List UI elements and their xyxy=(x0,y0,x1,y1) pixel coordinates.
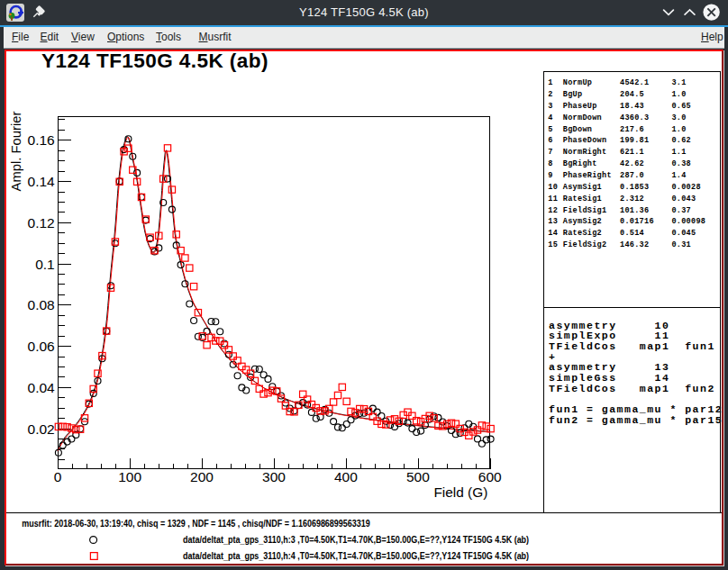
svg-text:300: 300 xyxy=(262,469,286,484)
svg-text:6: 6 xyxy=(548,136,552,145)
svg-text:RateSig2: RateSig2 xyxy=(563,229,602,238)
svg-text:7: 7 xyxy=(548,148,552,157)
svg-text:18.43: 18.43 xyxy=(620,102,644,111)
svg-text:287.0: 287.0 xyxy=(620,171,644,180)
svg-text:3: 3 xyxy=(548,102,552,111)
svg-text:RateSig1: RateSig1 xyxy=(563,195,602,204)
svg-text:9: 9 xyxy=(548,171,552,180)
svg-text:1.1: 1.1 xyxy=(671,148,686,157)
svg-text:146.32: 146.32 xyxy=(620,240,649,249)
svg-text:TFieldCos map1 fun2: TFieldCos map1 fun2 xyxy=(549,383,715,394)
svg-text:10: 10 xyxy=(548,183,558,192)
svg-text:data/deltat_pta_gps_3110,h:3 ,: data/deltat_pta_gps_3110,h:3 ,T0=4.50K,T… xyxy=(183,534,529,545)
svg-text:14: 14 xyxy=(548,229,558,238)
svg-text:data/deltat_pta_gps_3110,h:4 ,: data/deltat_pta_gps_3110,h:4 ,T0=4.50K,T… xyxy=(183,550,529,561)
svg-text:0.06: 0.06 xyxy=(28,339,55,354)
svg-text:621.1: 621.1 xyxy=(620,148,644,157)
svg-text:8: 8 xyxy=(548,159,552,168)
svg-text:11: 11 xyxy=(548,195,558,204)
svg-text:1.4: 1.4 xyxy=(671,171,686,180)
svg-text:4: 4 xyxy=(548,113,552,122)
svg-text:0.1853: 0.1853 xyxy=(620,183,649,192)
svg-text:101.36: 101.36 xyxy=(620,206,649,215)
svg-text:PhaseUp: PhaseUp xyxy=(563,102,597,111)
svg-text:100: 100 xyxy=(118,469,141,484)
svg-text:0.37: 0.37 xyxy=(671,206,691,215)
svg-text:1.0: 1.0 xyxy=(671,125,686,134)
svg-text:PhaseDown: PhaseDown xyxy=(563,136,607,145)
svg-text:500: 500 xyxy=(406,469,430,484)
svg-text:5: 5 xyxy=(548,125,552,134)
svg-text:199.81: 199.81 xyxy=(620,136,649,145)
svg-text:200: 200 xyxy=(190,469,214,484)
svg-text:FieldSig1: FieldSig1 xyxy=(563,206,607,215)
svg-text:BgDown: BgDown xyxy=(563,125,592,134)
svg-text:0.65: 0.65 xyxy=(671,102,691,111)
svg-text:1.0: 1.0 xyxy=(671,90,686,99)
svg-text:TFieldCos map1 fun1: TFieldCos map1 fun1 xyxy=(549,340,715,352)
svg-text:PhaseRight: PhaseRight xyxy=(563,171,612,180)
svg-text:NormRight: NormRight xyxy=(563,148,607,157)
svg-text:0.1: 0.1 xyxy=(35,257,55,272)
svg-text:AsymSig2: AsymSig2 xyxy=(563,217,602,226)
svg-text:400: 400 xyxy=(334,469,358,484)
svg-text:204.5: 204.5 xyxy=(620,90,644,99)
svg-text:0.12: 0.12 xyxy=(28,215,55,231)
svg-text:0.514: 0.514 xyxy=(620,229,644,238)
svg-text:0: 0 xyxy=(54,469,62,484)
svg-text:4360.3: 4360.3 xyxy=(620,113,649,122)
svg-text:12: 12 xyxy=(548,206,558,215)
svg-text:FieldSig2: FieldSig2 xyxy=(563,240,607,249)
svg-text:fun2 = gamma_mu * par15: fun2 = gamma_mu * par15 xyxy=(549,414,723,426)
svg-text:0.0028: 0.0028 xyxy=(671,183,700,192)
svg-text:AsymSig1: AsymSig1 xyxy=(563,183,602,192)
svg-text:4542.1: 4542.1 xyxy=(620,78,649,87)
svg-text:musrfit: 2018-06-30, 13:19:40,: musrfit: 2018-06-30, 13:19:40, chisq = 1… xyxy=(22,518,370,529)
svg-text:0.01716: 0.01716 xyxy=(620,217,654,226)
svg-text:0.31: 0.31 xyxy=(671,240,691,249)
svg-text:0.045: 0.045 xyxy=(671,229,696,238)
svg-text:0.00098: 0.00098 xyxy=(671,217,705,226)
svg-text:0.38: 0.38 xyxy=(671,159,691,168)
svg-text:3.0: 3.0 xyxy=(671,113,686,122)
svg-text:0.02: 0.02 xyxy=(28,421,55,437)
svg-text:NormDown: NormDown xyxy=(563,113,602,122)
svg-text:15: 15 xyxy=(548,240,558,249)
svg-text:Field (G): Field (G) xyxy=(433,484,487,500)
svg-text:42.62: 42.62 xyxy=(620,159,644,168)
svg-text:2: 2 xyxy=(548,90,552,99)
svg-text:0.08: 0.08 xyxy=(28,297,55,312)
svg-text:BgRight: BgRight xyxy=(563,159,597,168)
svg-text:13: 13 xyxy=(548,217,558,226)
svg-text:0.16: 0.16 xyxy=(28,132,55,148)
svg-text:BgUp: BgUp xyxy=(563,90,583,99)
svg-text:600: 600 xyxy=(478,469,502,484)
svg-text:217.6: 217.6 xyxy=(620,125,644,134)
svg-text:2.312: 2.312 xyxy=(620,195,644,204)
svg-text:0.14: 0.14 xyxy=(28,174,56,189)
svg-text:Ampl. Fourier: Ampl. Fourier xyxy=(9,112,23,192)
svg-text:1: 1 xyxy=(548,78,552,87)
svg-text:0.04: 0.04 xyxy=(28,380,56,395)
svg-text:0.043: 0.043 xyxy=(671,195,696,204)
svg-text:NormUp: NormUp xyxy=(563,78,592,87)
svg-text:0.62: 0.62 xyxy=(671,136,691,145)
svg-text:3.1: 3.1 xyxy=(671,78,686,87)
svg-text:Y124 TF150G 4.5K (ab): Y124 TF150G 4.5K (ab) xyxy=(41,50,268,72)
